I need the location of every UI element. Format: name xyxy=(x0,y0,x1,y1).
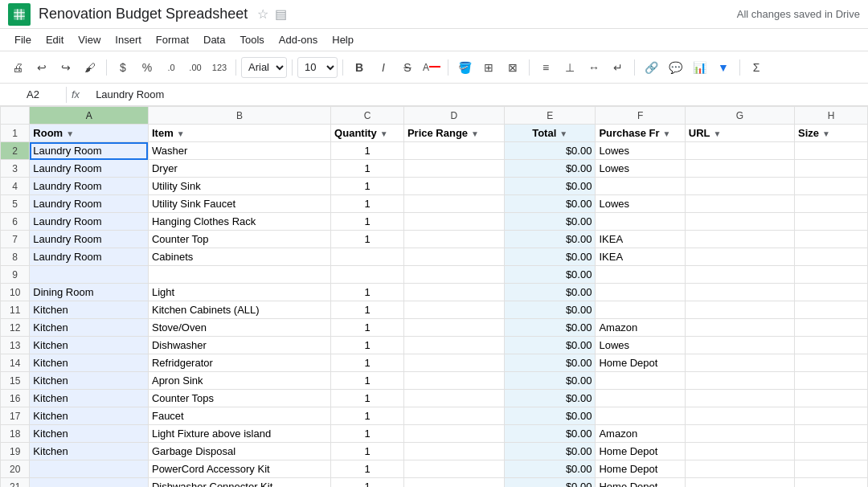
cell-E9[interactable]: $0.00 xyxy=(504,266,596,284)
cell-D19[interactable] xyxy=(403,443,504,460)
table-row[interactable]: 13KitchenDishwasher1$0.00Lowes xyxy=(1,337,868,354)
borders-button[interactable]: ⊞ xyxy=(477,56,500,79)
cell-E11[interactable]: $0.00 xyxy=(504,301,596,319)
filter-icon-F[interactable]: ▼ xyxy=(663,129,671,138)
chart-button[interactable]: 📊 xyxy=(688,56,710,79)
row-num-4[interactable]: 4 xyxy=(1,178,30,195)
cell-D14[interactable] xyxy=(403,354,504,372)
italic-button[interactable]: I xyxy=(372,56,395,79)
row-num-20[interactable]: 20 xyxy=(1,460,30,478)
row-num-19[interactable]: 19 xyxy=(1,443,30,460)
cell-H3[interactable] xyxy=(795,160,868,178)
col-header-C[interactable]: C xyxy=(331,107,404,125)
cell-A21[interactable] xyxy=(30,478,149,488)
col-header-F[interactable]: F xyxy=(596,107,685,125)
cell-G17[interactable] xyxy=(685,407,794,425)
cell-F8[interactable]: IKEA xyxy=(596,248,685,266)
cell-G10[interactable] xyxy=(685,284,794,301)
cell-E7[interactable]: $0.00 xyxy=(504,231,596,248)
table-row[interactable]: 5Laundry RoomUtility Sink Faucet1$0.00Lo… xyxy=(1,195,868,213)
cell-C11[interactable]: 1 xyxy=(331,301,404,319)
cell-C7[interactable]: 1 xyxy=(331,231,404,248)
table-row[interactable]: 12KitchenStove/Oven1$0.00Amazon xyxy=(1,319,868,337)
link-button[interactable]: 🔗 xyxy=(640,56,662,79)
cell-H9[interactable] xyxy=(795,266,868,284)
cell-A2[interactable]: Laundry Room xyxy=(30,142,149,160)
cell-F19[interactable]: Home Depot xyxy=(596,443,685,460)
cell-F18[interactable]: Amazon xyxy=(596,425,685,443)
cell-A10[interactable]: Dining Room xyxy=(30,284,149,301)
cell-A1[interactable]: Room▼ xyxy=(30,125,149,142)
cell-G12[interactable] xyxy=(685,319,794,337)
cell-C8[interactable] xyxy=(331,248,404,266)
cell-A5[interactable]: Laundry Room xyxy=(30,195,149,213)
col-header-B[interactable]: B xyxy=(148,107,330,125)
cell-A8[interactable]: Laundry Room xyxy=(30,248,149,266)
cell-B7[interactable]: Counter Top xyxy=(148,231,330,248)
cell-F20[interactable]: Home Depot xyxy=(596,460,685,478)
table-row[interactable]: 14KitchenRefridgerator1$0.00Home Depot xyxy=(1,354,868,372)
menu-edit[interactable]: Edit xyxy=(39,32,70,47)
star-icon[interactable]: ☆ xyxy=(257,6,268,22)
cell-D21[interactable] xyxy=(403,478,504,488)
cell-E19[interactable]: $0.00 xyxy=(504,443,596,460)
cell-E21[interactable]: $0.00 xyxy=(504,478,596,488)
cell-G8[interactable] xyxy=(685,248,794,266)
cell-B20[interactable]: PowerCord Accessory Kit xyxy=(148,460,330,478)
col-header-G[interactable]: G xyxy=(685,107,794,125)
table-row[interactable]: 10Dining RoomLight1$0.00 xyxy=(1,284,868,301)
cell-H8[interactable] xyxy=(795,248,868,266)
cell-D4[interactable] xyxy=(403,178,504,195)
cell-B4[interactable]: Utility Sink xyxy=(148,178,330,195)
cell-F16[interactable] xyxy=(596,390,685,407)
cell-F17[interactable] xyxy=(596,407,685,425)
cell-F3[interactable]: Lowes xyxy=(596,160,685,178)
cell-E15[interactable]: $0.00 xyxy=(504,372,596,390)
row-num-6[interactable]: 6 xyxy=(1,213,30,231)
cell-E4[interactable]: $0.00 xyxy=(504,178,596,195)
cell-E20[interactable]: $0.00 xyxy=(504,460,596,478)
text-wrap-button[interactable]: ↵ xyxy=(607,56,629,79)
cell-H15[interactable] xyxy=(795,372,868,390)
cell-G2[interactable] xyxy=(685,142,794,160)
table-row[interactable]: 8Laundry RoomCabinets$0.00IKEA xyxy=(1,248,868,266)
merge-button[interactable]: ⊠ xyxy=(502,56,524,79)
cell-A20[interactable] xyxy=(30,460,149,478)
cell-F14[interactable]: Home Depot xyxy=(596,354,685,372)
filter-icon-C[interactable]: ▼ xyxy=(380,129,388,138)
cell-C21[interactable]: 1 xyxy=(331,478,404,488)
cell-C1[interactable]: Quantity▼ xyxy=(331,125,404,142)
cell-G9[interactable] xyxy=(685,266,794,284)
cell-F4[interactable] xyxy=(596,178,685,195)
cell-reference-input[interactable] xyxy=(5,88,61,100)
cell-D9[interactable] xyxy=(403,266,504,284)
filter-icon-H[interactable]: ▼ xyxy=(822,129,830,138)
cell-E2[interactable]: $0.00 xyxy=(504,142,596,160)
menu-tools[interactable]: Tools xyxy=(233,32,270,47)
cell-G15[interactable] xyxy=(685,372,794,390)
cell-D17[interactable] xyxy=(403,407,504,425)
table-row[interactable]: 7Laundry RoomCounter Top1$0.00IKEA xyxy=(1,231,868,248)
table-row[interactable]: 6Laundry RoomHanging Clothes Rack1$0.00 xyxy=(1,213,868,231)
cell-E8[interactable]: $0.00 xyxy=(504,248,596,266)
cell-H1[interactable]: Size▼ xyxy=(795,125,868,142)
row-num-11[interactable]: 11 xyxy=(1,301,30,319)
cell-D2[interactable] xyxy=(403,142,504,160)
cell-H16[interactable] xyxy=(795,390,868,407)
cell-F5[interactable]: Lowes xyxy=(596,195,685,213)
cell-B13[interactable]: Dishwasher xyxy=(148,337,330,354)
cell-B3[interactable]: Dryer xyxy=(148,160,330,178)
font-family-select[interactable]: Arial xyxy=(241,57,287,78)
col-header-H[interactable]: H xyxy=(795,107,868,125)
align-center-button[interactable]: ↔ xyxy=(583,56,605,79)
align-left-button[interactable]: ≡ xyxy=(534,56,557,79)
cell-A16[interactable]: Kitchen xyxy=(30,390,149,407)
cell-G5[interactable] xyxy=(685,195,794,213)
cell-C19[interactable]: 1 xyxy=(331,443,404,460)
print-button[interactable]: 🖨 xyxy=(6,56,29,79)
cell-H18[interactable] xyxy=(795,425,868,443)
cell-B1[interactable]: Item▼ xyxy=(148,125,330,142)
cell-C12[interactable]: 1 xyxy=(331,319,404,337)
cell-G3[interactable] xyxy=(685,160,794,178)
filter-button[interactable]: ▼ xyxy=(712,56,735,79)
